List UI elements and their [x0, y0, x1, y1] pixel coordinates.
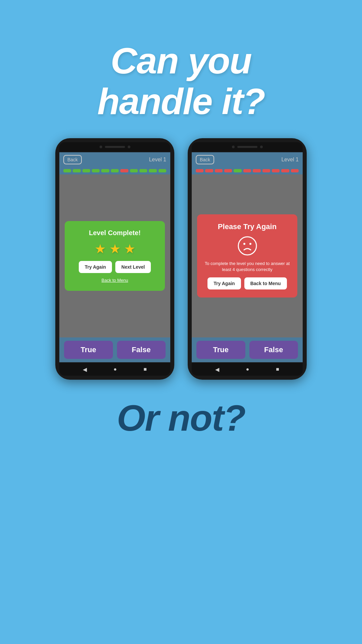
recent-nav-icon-right[interactable]: ■ [276, 366, 279, 372]
phone-right-screen: Back Level 1 Please Try Again [192, 152, 303, 362]
progress-dot [159, 169, 166, 172]
progress-dot [73, 169, 80, 172]
phone-right: Back Level 1 Please Try Again [188, 138, 307, 380]
stars-row: ★ ★ ★ [95, 241, 135, 256]
speaker-right [237, 146, 257, 148]
progress-dot [205, 169, 213, 172]
progress-dot [139, 169, 147, 172]
top-title-line1: Can you [111, 40, 251, 81]
phone-left: Back Level 1 Level Complete! [55, 138, 174, 380]
game-footer-left: True False [59, 337, 170, 362]
try-again-button-left[interactable]: Try Again [79, 261, 112, 273]
progress-dot [281, 169, 289, 172]
back-to-menu-button-right[interactable]: Back to Menu [244, 277, 287, 289]
phone-right-bottom-bar: ◀ ● ■ [192, 363, 303, 376]
progress-dot [234, 169, 241, 172]
progress-dot [224, 169, 232, 172]
camera-dot-left [100, 146, 102, 148]
try-again-button-right[interactable]: Try Again [207, 277, 241, 289]
speaker-left [105, 146, 125, 148]
home-nav-icon-right[interactable]: ● [246, 366, 249, 372]
success-card: Level Complete! ★ ★ ★ Try Again Next Lev… [65, 221, 165, 291]
progress-dot [272, 169, 280, 172]
fail-title: Please Try Again [218, 222, 277, 231]
phone-left-bottom-bar: ◀ ● ■ [59, 363, 170, 376]
camera-dot-left2 [128, 146, 130, 148]
phone-left-top-bar [59, 142, 170, 152]
game-content-left: Level Complete! ★ ★ ★ Try Again Next Lev… [59, 174, 170, 337]
back-nav-icon-left[interactable]: ◀ [83, 366, 87, 373]
progress-dot [262, 169, 270, 172]
next-level-button[interactable]: Next Level [115, 261, 151, 273]
phones-container: Back Level 1 Level Complete! [55, 138, 307, 380]
progress-dot [149, 169, 157, 172]
sad-face-icon [237, 236, 257, 256]
progress-dot [253, 169, 260, 172]
success-title: Level Complete! [89, 229, 140, 237]
fail-description: To complete the level you need to answer… [204, 261, 291, 273]
progress-dot [82, 169, 90, 172]
fail-buttons: Try Again Back to Menu [207, 277, 287, 289]
camera-dot-right [232, 146, 235, 148]
true-button-right[interactable]: True [196, 341, 245, 359]
progress-dot [120, 169, 128, 172]
back-button-right[interactable]: Back [196, 155, 214, 164]
progress-dot [63, 169, 71, 172]
bottom-title: Or not? [117, 396, 245, 439]
star-3: ★ [124, 241, 135, 256]
progress-dot [196, 169, 203, 172]
level-label-right: Level 1 [281, 157, 299, 163]
svg-point-1 [243, 243, 245, 245]
star-1: ★ [95, 241, 106, 256]
game-footer-right: True False [192, 337, 303, 362]
top-title: Can you handle it? [97, 20, 264, 121]
progress-dot [92, 169, 100, 172]
phone-left-screen: Back Level 1 Level Complete! [59, 152, 170, 362]
game-header-left: Back Level 1 [59, 152, 170, 167]
game-header-right: Back Level 1 [192, 152, 303, 167]
back-button-left[interactable]: Back [63, 155, 82, 164]
progress-dot [243, 169, 251, 172]
progress-bar-right [192, 167, 303, 174]
camera-dot-right2 [260, 146, 263, 148]
level-label-left: Level 1 [149, 157, 166, 163]
phone-right-top-bar [192, 142, 303, 152]
false-button-right[interactable]: False [249, 341, 298, 359]
top-title-line2: handle it? [97, 80, 264, 122]
progress-dot [215, 169, 223, 172]
back-to-menu-link-left[interactable]: Back to Menu [102, 278, 128, 283]
game-content-right: Please Try Again To complete the level y… [192, 174, 303, 337]
progress-dot [130, 169, 138, 172]
progress-bar-left [59, 167, 170, 174]
success-buttons: Try Again Next Level [79, 261, 151, 273]
progress-dot [291, 169, 299, 172]
recent-nav-icon-left[interactable]: ■ [143, 366, 147, 372]
progress-dot [111, 169, 119, 172]
progress-dot [101, 169, 109, 172]
fail-card: Please Try Again To complete the level y… [197, 214, 297, 298]
home-nav-icon-left[interactable]: ● [114, 366, 117, 372]
svg-point-0 [238, 237, 256, 255]
false-button-left[interactable]: False [117, 341, 166, 359]
true-button-left[interactable]: True [64, 341, 113, 359]
star-2: ★ [109, 241, 121, 256]
svg-point-2 [249, 243, 251, 245]
back-nav-icon-right[interactable]: ◀ [215, 366, 219, 373]
